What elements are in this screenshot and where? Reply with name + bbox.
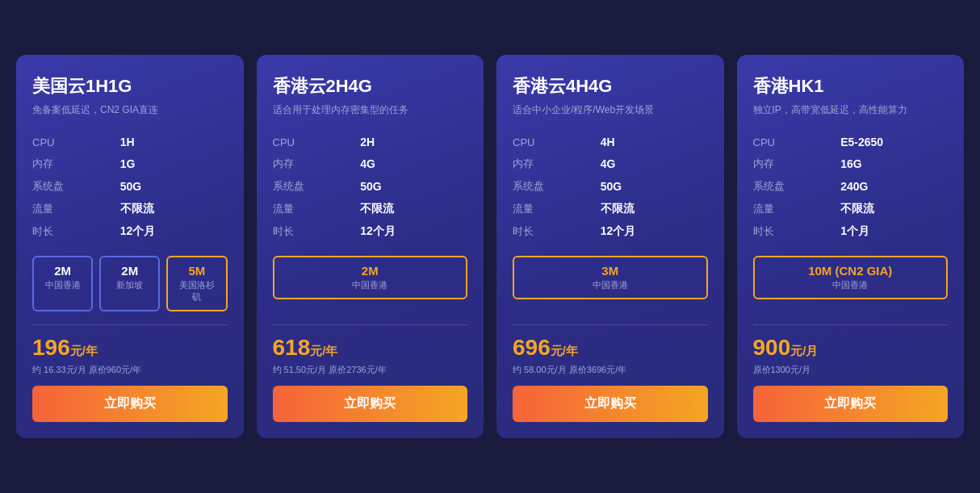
card-title: 香港云2H4G [273,74,468,98]
buy-button[interactable]: 立即购买 [273,386,468,422]
price-unit: 元/月 [790,344,818,357]
specs-table: CPU1H内存1G系统盘50G流量不限流时长12个月 [32,132,228,243]
spec-value: 不限流 [120,198,228,220]
bandwidth-option-2[interactable]: 2M新加坡 [99,256,160,311]
spec-row: 时长1个月 [753,220,949,243]
spec-label: 时长 [273,220,361,243]
spec-row: 内存1G [32,152,228,175]
bandwidth-value: 5M [176,264,217,278]
card-subtitle: 适合中小企业/程序/Web开发场景 [513,103,708,117]
spec-label: 系统盘 [273,175,361,198]
bandwidth-label: 中国香港 [42,279,83,291]
card-subtitle: 免备案低延迟，CN2 GIA直连 [32,103,228,117]
spec-label: CPU [513,132,601,152]
price-section: 696元/年约 58.00元/月 原价3696元/年立即购买 [513,324,708,422]
spec-row: 系统盘50G [273,175,468,198]
spec-value: 2H [360,132,467,152]
bandwidth-option-3[interactable]: 5M美国洛杉矶 [166,256,227,311]
spec-label: CPU [753,132,841,152]
spec-value: 50G [120,175,228,198]
bandwidth-label: 新加坡 [109,279,150,291]
card-1: 美国云1H1G免备案低延迟，CN2 GIA直连CPU1H内存1G系统盘50G流量… [16,55,244,438]
spec-value: 4G [360,152,467,175]
spec-label: 内存 [753,152,841,175]
price-detail: 约 58.00元/月 原价3696元/年 [513,364,708,376]
bandwidth-value: 10M (CN2 GIA) [763,264,939,278]
bandwidth-value: 2M [42,264,83,278]
card-2: 香港云2H4G适合用于处理内存密集型的任务CPU2H内存4G系统盘50G流量不限… [257,55,484,438]
specs-table: CPU4H内存4G系统盘50G流量不限流时长12个月 [513,132,708,243]
card-subtitle: 独立IP，高带宽低延迟，高性能算力 [753,103,949,117]
spec-row: 时长12个月 [32,220,228,243]
bandwidth-label: 中国香港 [283,279,459,291]
price-main: 196元/年 [32,335,228,361]
price-unit: 元/年 [551,344,578,357]
bandwidth-option-1[interactable]: 3M中国香港 [513,256,708,299]
spec-row: 时长12个月 [273,220,468,243]
spec-label: 流量 [753,198,841,220]
spec-row: 内存4G [273,152,468,175]
card-title: 香港云4H4G [513,74,708,98]
spec-label: 流量 [32,198,120,220]
bandwidth-value: 2M [109,264,150,278]
card-subtitle: 适合用于处理内存密集型的任务 [273,103,468,117]
spec-row: 流量不限流 [753,198,949,220]
price-main: 696元/年 [513,335,708,361]
spec-label: CPU [273,132,361,152]
bandwidth-section: 3M中国香港 [513,256,708,299]
spec-value: 12个月 [360,220,467,243]
specs-table: CPU2H内存4G系统盘50G流量不限流时长12个月 [273,132,468,243]
spec-value: 50G [601,175,708,198]
card-4: 香港HK1独立IP，高带宽低延迟，高性能算力CPUE5-2650内存16G系统盘… [737,55,965,438]
bandwidth-section: 2M中国香港2M新加坡5M美国洛杉矶 [32,256,228,311]
spec-value: 16G [840,152,948,175]
spec-row: 系统盘240G [753,175,949,198]
spec-row: 流量不限流 [513,198,708,220]
spec-value: 4H [601,132,708,152]
price-main: 900元/月 [753,335,949,361]
spec-value: 1个月 [840,220,948,243]
spec-row: 系统盘50G [32,175,228,198]
bandwidth-section: 2M中国香港 [273,256,468,299]
price-section: 900元/月原价1300元/月立即购买 [753,324,949,422]
spec-label: 内存 [273,152,361,175]
spec-row: 流量不限流 [273,198,468,220]
price-unit: 元/年 [70,344,98,357]
bandwidth-option-1[interactable]: 2M中国香港 [273,256,468,299]
spec-label: 系统盘 [513,175,601,198]
price-detail: 约 51.50元/月 原价2736元/年 [273,364,468,376]
spec-label: 内存 [32,152,120,175]
spec-value: 240G [840,175,948,198]
bandwidth-label: 美国洛杉矶 [176,279,217,303]
spec-row: CPU4H [513,132,708,152]
buy-button[interactable]: 立即购买 [513,386,708,422]
spec-row: CPU1H [32,132,228,152]
bandwidth-value: 3M [522,264,698,278]
spec-row: 时长12个月 [513,220,708,243]
spec-value: 不限流 [840,198,948,220]
spec-value: 12个月 [601,220,708,243]
spec-row: 系统盘50G [513,175,708,198]
price-detail: 原价1300元/月 [753,364,949,376]
bandwidth-value: 2M [283,264,459,278]
spec-row: 内存16G [753,152,949,175]
buy-button[interactable]: 立即购买 [753,386,949,422]
bandwidth-option-1[interactable]: 10M (CN2 GIA)中国香港 [753,256,949,299]
price-section: 196元/年约 16.33元/月 原价960元/年立即购买 [32,324,228,422]
cards-container: 美国云1H1G免备案低延迟，CN2 GIA直连CPU1H内存1G系统盘50G流量… [16,55,964,438]
card-title: 香港HK1 [753,74,949,98]
price-main: 618元/年 [273,335,468,361]
spec-value: 4G [601,152,708,175]
spec-row: CPUE5-2650 [753,132,949,152]
buy-button[interactable]: 立即购买 [32,386,228,422]
bandwidth-option-1[interactable]: 2M中国香港 [32,256,93,311]
spec-label: 系统盘 [32,175,120,198]
price-unit: 元/年 [310,344,337,357]
spec-label: 时长 [513,220,601,243]
bandwidth-label: 中国香港 [763,279,939,291]
specs-table: CPUE5-2650内存16G系统盘240G流量不限流时长1个月 [753,132,949,243]
spec-value: 不限流 [601,198,708,220]
spec-label: 流量 [513,198,601,220]
spec-value: 不限流 [360,198,467,220]
bandwidth-label: 中国香港 [522,279,698,291]
